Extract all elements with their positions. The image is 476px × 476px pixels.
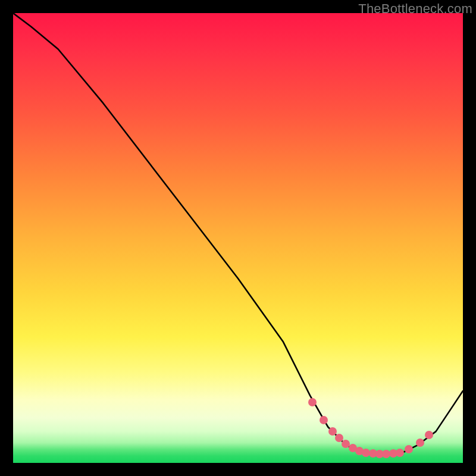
data-marker: [416, 439, 424, 447]
data-marker: [405, 445, 413, 453]
data-marker: [328, 427, 337, 436]
marker-layer: [13, 13, 463, 463]
chart-container: TheBottleneck.com: [0, 0, 476, 476]
data-marker: [308, 398, 317, 406]
data-marker: [396, 449, 404, 457]
watermark-text: TheBottleneck.com: [358, 1, 472, 17]
plot-area: [13, 13, 463, 463]
data-marker: [425, 431, 433, 439]
data-marker: [320, 416, 328, 424]
